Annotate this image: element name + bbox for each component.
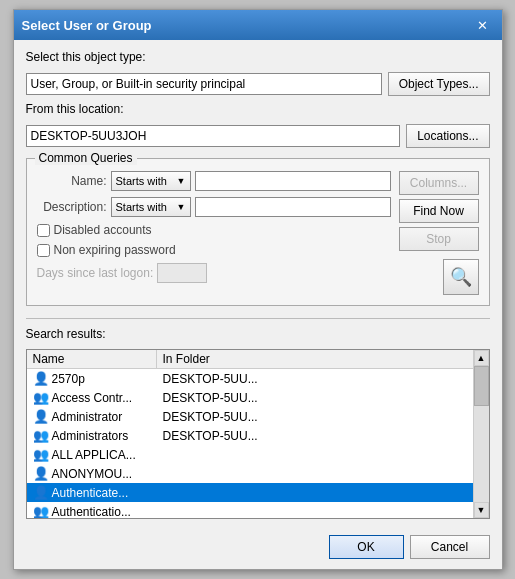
table-row[interactable]: 👤 Administrator DESKTOP-5UU... [27, 407, 473, 426]
description-row: Description: Starts with ▼ [37, 197, 391, 217]
disabled-accounts-row: Disabled accounts [37, 223, 391, 237]
result-name-cell: 👥 ALL APPLICA... [27, 446, 157, 463]
scroll-thumb[interactable] [474, 366, 489, 406]
result-folder-cell: DESKTOP-5UU... [157, 390, 473, 406]
result-folder-cell: DESKTOP-5UU... [157, 371, 473, 387]
result-folder-cell [157, 492, 473, 494]
object-type-label: Select this object type: [26, 50, 490, 64]
ok-button[interactable]: OK [329, 535, 404, 559]
result-folder-cell [157, 473, 473, 475]
close-button[interactable]: ✕ [472, 16, 494, 34]
location-input[interactable] [26, 125, 401, 147]
columns-button[interactable]: Columns... [399, 171, 479, 195]
result-name: Access Contr... [52, 391, 133, 405]
col-header-name[interactable]: Name [27, 350, 157, 368]
title-bar-buttons: ✕ [472, 16, 494, 34]
user-icon: 👥 [33, 428, 49, 443]
user-icon: 👤 [33, 409, 49, 424]
title-bar: Select User or Group ✕ [14, 10, 502, 40]
description-text-input[interactable] [195, 197, 391, 217]
disabled-accounts-checkbox[interactable] [37, 224, 50, 237]
result-name-cell: 👤 ANONYMOU... [27, 465, 157, 482]
non-expiring-pwd-label: Non expiring password [54, 243, 176, 257]
ok-cancel-row: OK Cancel [14, 529, 502, 569]
table-row[interactable]: 👤 Authenticate... [27, 483, 473, 502]
result-name: 2570p [52, 372, 85, 386]
scrollbar[interactable]: ▲ ▼ [473, 350, 489, 518]
non-expiring-pwd-checkbox[interactable] [37, 244, 50, 257]
result-name: Administrators [52, 429, 129, 443]
group-right: Columns... Find Now Stop 🔍 [399, 171, 479, 295]
disabled-accounts-label: Disabled accounts [54, 223, 152, 237]
result-name: Authenticate... [52, 486, 129, 500]
result-name-cell: 👤 Administrator [27, 408, 157, 425]
result-name-cell: 👥 Authenticatio... [27, 503, 157, 518]
result-folder-cell: DESKTOP-5UU... [157, 409, 473, 425]
table-row[interactable]: 👤 ANONYMOU... [27, 464, 473, 483]
group-box-title: Common Queries [35, 151, 137, 165]
table-row[interactable]: 👤 2570p DESKTOP-5UU... [27, 369, 473, 388]
results-table: Name In Folder 👤 2570p DESKTOP-5UU... 👥 … [26, 349, 490, 519]
user-icon: 👥 [33, 390, 49, 405]
stop-button[interactable]: Stop [399, 227, 479, 251]
result-name: Authenticatio... [52, 505, 131, 519]
result-folder-cell [157, 454, 473, 456]
dropdown-arrow-desc-icon: ▼ [177, 202, 186, 212]
user-icon: 👥 [33, 447, 49, 462]
result-folder-cell [157, 511, 473, 513]
dialog-window: Select User or Group ✕ Select this objec… [13, 9, 503, 570]
location-label: From this location: [26, 102, 490, 116]
object-type-input[interactable] [26, 73, 382, 95]
days-row: Days since last logon: [37, 263, 391, 283]
search-icon: 🔍 [450, 266, 472, 288]
days-input[interactable] [157, 263, 207, 283]
object-type-row: Object Types... [26, 72, 490, 96]
name-text-input[interactable] [195, 171, 391, 191]
scroll-up-arrow[interactable]: ▲ [474, 350, 489, 366]
user-icon: 👤 [33, 485, 49, 500]
col-header-folder[interactable]: In Folder [157, 350, 473, 368]
dialog-title: Select User or Group [22, 18, 152, 33]
separator [26, 318, 490, 319]
results-header: Name In Folder [27, 350, 473, 369]
description-label: Description: [37, 200, 107, 214]
find-now-button[interactable]: Find Now [399, 199, 479, 223]
table-row[interactable]: 👥 Access Contr... DESKTOP-5UU... [27, 388, 473, 407]
scroll-track[interactable] [474, 366, 489, 502]
user-icon: 👤 [33, 371, 49, 386]
locations-button[interactable]: Locations... [406, 124, 489, 148]
cancel-button[interactable]: Cancel [410, 535, 490, 559]
common-queries-group: Common Queries Name: Starts with ▼ [26, 154, 490, 306]
table-row[interactable]: 👥 Authenticatio... [27, 502, 473, 518]
result-name: ALL APPLICA... [52, 448, 136, 462]
dialog-body: Select this object type: Object Types...… [14, 40, 502, 529]
results-list[interactable]: Name In Folder 👤 2570p DESKTOP-5UU... 👥 … [27, 350, 473, 518]
non-expiring-pwd-row: Non expiring password [37, 243, 391, 257]
result-name-cell: 👥 Administrators [27, 427, 157, 444]
group-inner: Name: Starts with ▼ Description: Starts [37, 171, 479, 295]
result-folder-cell: DESKTOP-5UU... [157, 428, 473, 444]
result-name: Administrator [52, 410, 123, 424]
location-row: Locations... [26, 124, 490, 148]
description-filter-dropdown[interactable]: Starts with ▼ [111, 197, 191, 217]
result-name-cell: 👤 Authenticate... [27, 484, 157, 501]
table-row[interactable]: 👥 Administrators DESKTOP-5UU... [27, 426, 473, 445]
days-label: Days since last logon: [37, 266, 154, 280]
name-row: Name: Starts with ▼ [37, 171, 391, 191]
name-filter-dropdown[interactable]: Starts with ▼ [111, 171, 191, 191]
group-box-inner: Common Queries Name: Starts with ▼ [26, 158, 490, 306]
user-icon: 👥 [33, 504, 49, 518]
group-left: Name: Starts with ▼ Description: Starts [37, 171, 391, 295]
search-results-label: Search results: [26, 327, 490, 341]
results-body: 👤 2570p DESKTOP-5UU... 👥 Access Contr...… [27, 369, 473, 518]
search-icon-button[interactable]: 🔍 [443, 259, 479, 295]
user-icon: 👤 [33, 466, 49, 481]
object-types-button[interactable]: Object Types... [388, 72, 490, 96]
scroll-down-arrow[interactable]: ▼ [474, 502, 489, 518]
name-label: Name: [37, 174, 107, 188]
table-row[interactable]: 👥 ALL APPLICA... [27, 445, 473, 464]
result-name: ANONYMOU... [52, 467, 133, 481]
dropdown-arrow-icon: ▼ [177, 176, 186, 186]
result-name-cell: 👤 2570p [27, 370, 157, 387]
result-name-cell: 👥 Access Contr... [27, 389, 157, 406]
